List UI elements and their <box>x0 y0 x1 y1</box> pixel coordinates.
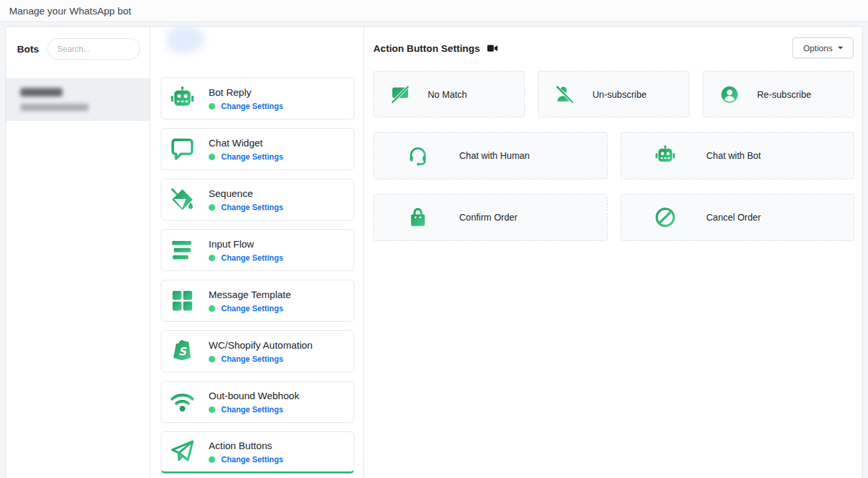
bot-phone-redacted <box>20 104 89 111</box>
tile-label: No Match <box>428 89 467 100</box>
tile-label: Confirm Order <box>459 212 518 223</box>
tiles-row-3: Confirm Order Cancel Order <box>373 194 854 241</box>
headset-icon <box>407 144 429 167</box>
shopping-bag-icon <box>407 206 429 228</box>
user-slash-icon <box>555 85 575 104</box>
feature-card-outbound-webhook[interactable]: Out-bound Webhook Change Settings <box>161 381 354 423</box>
features-column: Bot Reply Change Settings Chat Widget Ch… <box>150 27 364 478</box>
chat-bubble-icon <box>169 135 196 163</box>
feature-title: Action Buttons <box>209 440 283 451</box>
change-settings-link[interactable]: Change Settings <box>221 405 283 414</box>
change-settings-link[interactable]: Change Settings <box>221 355 283 364</box>
bot-list-item[interactable] <box>6 78 150 121</box>
status-dot <box>209 406 215 413</box>
change-settings-link[interactable]: Change Settings <box>221 455 283 464</box>
status-dot <box>209 356 215 362</box>
status-dot <box>209 456 215 463</box>
tile-label: Re-subscribe <box>757 89 811 100</box>
status-dot <box>209 305 215 312</box>
tile-label: Un-subscribe <box>592 89 646 100</box>
bot-name-redacted <box>20 88 62 97</box>
tile-cancel-order[interactable]: Cancel Order <box>621 194 855 241</box>
tile-label: Chat with Human <box>459 150 529 161</box>
main-container: Bots Bot Reply Change Settings <box>5 26 863 478</box>
feature-card-wc-shopify-automation[interactable]: S WC/Shopify Automation Change Settings <box>161 330 354 372</box>
grid-icon <box>169 287 196 315</box>
feature-title: Out-bound Webhook <box>209 390 299 401</box>
action-button-settings-panel: Action Button Settings Options No Match <box>364 27 862 478</box>
status-dot <box>209 204 215 211</box>
feature-title: Message Template <box>209 289 291 300</box>
tile-re-subscribe[interactable]: Re-subscribe <box>703 71 854 118</box>
feature-card-action-buttons[interactable]: Action Buttons Change Settings <box>161 431 354 473</box>
feature-card-message-template[interactable]: Message Template Change Settings <box>161 280 354 322</box>
wifi-icon <box>169 388 196 416</box>
tile-un-subscribe[interactable]: Un-subscribe <box>538 71 690 118</box>
change-settings-link[interactable]: Change Settings <box>221 304 283 313</box>
tile-label: Cancel Order <box>707 212 761 223</box>
feature-card-sequence[interactable]: Sequence Change Settings <box>161 179 354 221</box>
options-button[interactable]: Options <box>793 37 854 58</box>
change-settings-link[interactable]: Change Settings <box>221 102 283 111</box>
options-button-label: Options <box>803 43 833 53</box>
shopify-bag-icon: S <box>169 337 196 365</box>
bars-icon <box>169 236 196 264</box>
panel-header: Action Button Settings <box>373 43 498 54</box>
feature-card-bot-reply[interactable]: Bot Reply Change Settings <box>161 77 354 120</box>
status-dot <box>209 255 215 261</box>
svg-text:S: S <box>178 346 187 358</box>
app-header: Manage your WhatsApp bot <box>0 0 868 22</box>
tile-label: Chat with Bot <box>707 150 761 161</box>
feature-title: Input Flow <box>209 238 283 250</box>
ban-icon <box>654 206 676 228</box>
bots-title: Bots <box>17 43 39 54</box>
user-circle-icon <box>720 85 739 104</box>
status-dot <box>209 154 215 160</box>
feature-card-input-flow[interactable]: Input Flow Change Settings <box>161 229 354 271</box>
tile-confirm-order[interactable]: Confirm Order <box>373 194 608 241</box>
tiles-row-1: No Match Un-subscribe Re-subscribe <box>373 71 854 118</box>
chat-slash-icon <box>390 85 410 104</box>
change-settings-link[interactable]: Change Settings <box>221 253 283 263</box>
chevron-down-icon <box>838 47 843 49</box>
robot-icon <box>169 85 196 112</box>
page-title: Manage your WhatsApp bot <box>9 5 131 16</box>
feature-title: Bot Reply <box>209 87 283 98</box>
search-input[interactable] <box>47 38 140 60</box>
action-tiles: No Match Un-subscribe Re-subscribe <box>373 71 854 255</box>
status-dot <box>209 103 215 110</box>
paper-plane-icon <box>169 438 196 466</box>
tile-chat-with-human[interactable]: Chat with Human <box>373 132 608 179</box>
change-settings-link[interactable]: Change Settings <box>221 152 283 162</box>
feature-title: WC/Shopify Automation <box>209 339 312 351</box>
bots-sidebar: Bots <box>6 27 150 478</box>
panel-title: Action Button Settings <box>373 43 480 54</box>
tiles-row-2: Chat with Human Chat with Bot <box>373 132 854 179</box>
video-camera-icon[interactable] <box>487 43 498 53</box>
feature-title: Sequence <box>209 188 283 199</box>
robot-icon <box>654 144 676 167</box>
tile-chat-with-bot[interactable]: Chat with Bot <box>621 132 855 179</box>
bots-header: Bots <box>6 27 150 66</box>
blurred-badge <box>167 26 204 53</box>
feature-card-list: Bot Reply Change Settings Chat Widget Ch… <box>161 77 354 478</box>
feature-title: Chat Widget <box>209 137 283 148</box>
feature-card-chat-widget[interactable]: Chat Widget Change Settings <box>161 128 354 170</box>
paint-bucket-icon <box>169 186 196 213</box>
change-settings-link[interactable]: Change Settings <box>221 203 283 212</box>
tile-no-match[interactable]: No Match <box>373 71 525 118</box>
